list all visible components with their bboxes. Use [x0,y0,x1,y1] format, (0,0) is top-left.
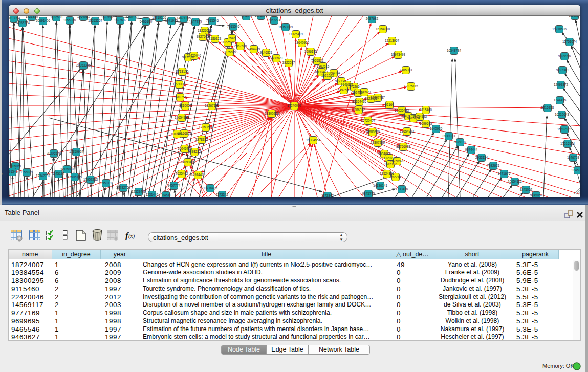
svg-text:12323446: 12323446 [132,190,146,193]
svg-text:14671355: 14671355 [177,16,191,20]
svg-text:14136141: 14136141 [373,184,388,187]
svg-text:18807299: 18807299 [371,141,385,144]
svg-text:18640910: 18640910 [295,41,310,45]
svg-text:13654923: 13654923 [400,129,415,133]
svg-text:10782759: 10782759 [116,186,131,189]
svg-text:1055326: 1055326 [63,18,76,22]
svg-text:12342737: 12342737 [36,174,51,178]
svg-text:7955812: 7955812 [311,59,324,62]
svg-text:391541: 391541 [9,170,18,173]
svg-text:6466160: 6466160 [126,16,139,19]
svg-text:7625402: 7625402 [176,172,188,176]
svg-text:8990443: 8990443 [315,70,328,74]
svg-text:1145194: 1145194 [52,172,65,176]
svg-text:18226053: 18226053 [198,29,212,32]
svg-text:6497568: 6497568 [338,88,351,92]
svg-text:7632621: 7632621 [487,164,500,167]
svg-text:1588520: 1588520 [270,56,283,60]
svg-text:9245052: 9245052 [530,193,543,197]
svg-text:16353809: 16353809 [278,25,293,29]
svg-text:10553267: 10553267 [88,19,103,23]
svg-text:8938923: 8938923 [443,134,455,138]
svg-text:18267130: 18267130 [205,104,220,107]
svg-text:7485003: 7485003 [400,68,412,72]
svg-text:7546: 7546 [228,36,236,40]
svg-text:1640935: 1640935 [430,127,443,130]
svg-text:2718170: 2718170 [176,70,189,73]
svg-text:22420046: 22420046 [187,54,202,57]
svg-text:16210643: 16210643 [555,113,570,116]
svg-text:6466160: 6466160 [140,19,153,23]
svg-text:984511: 984511 [161,193,171,197]
svg-text:9457774: 9457774 [168,184,181,187]
svg-text:9245052: 9245052 [520,188,533,191]
svg-text:1588520: 1588520 [358,90,371,94]
svg-text:17240007: 17240007 [287,104,302,107]
svg-text:18756928: 18756928 [390,159,405,163]
svg-text:10719155: 10719155 [152,16,167,19]
svg-text:9146821: 9146821 [260,51,273,54]
svg-text:10654112: 10654112 [508,180,522,183]
svg-text:1527602: 1527602 [114,18,127,22]
svg-text:9674444: 9674444 [465,148,478,151]
svg-text:14914479: 14914479 [191,173,206,177]
svg-text:2087682: 2087682 [366,17,379,20]
svg-text:10688609: 10688609 [365,130,380,134]
svg-text:1610755: 1610755 [174,95,187,99]
svg-text:15692971: 15692971 [557,127,572,131]
svg-text:90975887: 90975887 [60,167,75,171]
svg-text:6879197: 6879197 [454,140,467,144]
svg-text:16154808: 16154808 [376,27,390,31]
svg-text:17359924: 17359924 [69,150,84,154]
svg-text:9245052: 9245052 [572,168,580,172]
svg-text:8454749: 8454749 [248,47,260,51]
svg-text:10973493: 10973493 [391,53,406,56]
svg-text:12353594: 12353594 [199,125,213,129]
svg-text:10025433: 10025433 [395,108,409,112]
svg-text:1064091: 1064091 [77,16,90,18]
svg-text:14055724: 14055724 [15,21,30,25]
svg-text:2967608: 2967608 [234,44,247,48]
svg-text:21364436: 21364436 [352,100,367,103]
svg-text:746266: 746266 [349,85,360,89]
svg-text:3822037: 3822037 [282,61,295,64]
svg-text:(x): (x) [128,233,135,239]
svg-text:17016504: 17016504 [560,142,575,145]
svg-text:7515546: 7515546 [206,19,219,23]
svg-text:1173342: 1173342 [321,194,334,197]
svg-text:8186323: 8186323 [209,37,222,40]
svg-text:252214: 252214 [390,175,401,179]
svg-text:19300253: 19300253 [265,112,279,115]
svg-text:9827505: 9827505 [197,35,209,38]
svg-text:1221338: 1221338 [173,82,186,86]
svg-text:9498222: 9498222 [188,150,201,154]
svg-text:7515546: 7515546 [227,25,240,28]
svg-text:7986372: 7986372 [353,108,365,112]
svg-text:6699695: 6699695 [420,122,432,125]
svg-text:16548784: 16548784 [447,49,462,52]
svg-text:9794024: 9794024 [328,71,340,75]
svg-text:11325419: 11325419 [289,32,303,36]
svg-text:1362615: 1362615 [317,64,330,68]
svg-text:9845775: 9845775 [362,192,375,195]
svg-text:20053346: 20053346 [76,63,91,67]
svg-text:15751074: 15751074 [562,40,577,43]
svg-text:7357274: 7357274 [268,18,281,22]
svg-text:13716485: 13716485 [203,186,218,190]
svg-text:1921850: 1921850 [26,16,38,18]
svg-text:19218506: 19218506 [552,27,567,31]
svg-text:8813054: 8813054 [9,16,20,20]
svg-text:13654923: 13654923 [412,115,427,118]
svg-text:12213967: 12213967 [385,39,400,42]
svg-text:1696175: 1696175 [304,50,317,53]
svg-text:12093872: 12093872 [554,83,569,86]
svg-text:2933114: 2933114 [475,156,488,159]
svg-text:9329996: 9329996 [558,54,571,58]
svg-text:12505135: 12505135 [68,175,82,179]
svg-text:9875685: 9875685 [224,50,236,54]
svg-text:1146753: 1146753 [567,156,580,159]
svg-text:10807487: 10807487 [371,96,385,99]
svg-text:19654982: 19654982 [175,116,189,119]
svg-text:14099485: 14099485 [181,160,195,164]
svg-text:20206578: 20206578 [47,151,61,155]
